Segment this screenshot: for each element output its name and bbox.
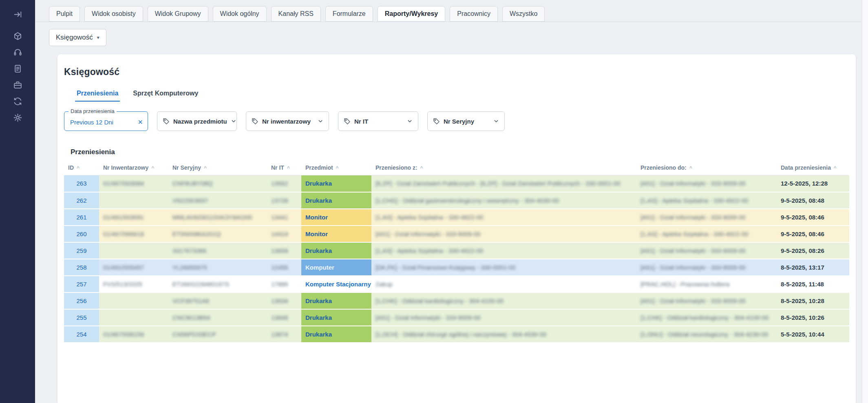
filter-dropdown-label: Nr inwentarzowy <box>262 118 311 125</box>
tag-icon <box>251 117 259 125</box>
category-select-label: Księgowość <box>56 33 93 42</box>
table-row-260: 26001/467/066618ET0N0086A201Q14424Monito… <box>64 226 849 242</box>
briefcase-icon[interactable] <box>9 77 26 93</box>
cell-data-przeniesienia: 12-5-2025, 12:28 <box>777 175 849 192</box>
table-row-254: 25401/467/006159CN56PD33ECP13874Drukarka… <box>64 326 849 343</box>
filter-bar: Data przeniesienia Previous 12 Dni × Naz… <box>64 111 849 131</box>
sort-caret-icon: ^ <box>151 165 154 171</box>
top-tab-widok-grupowy[interactable]: Widok Grupowy <box>148 6 208 22</box>
sync-icon[interactable] <box>9 93 26 109</box>
cell-przeniesiono-do: [A51] - Dział Informatyki - 333-9009-00 <box>636 242 777 259</box>
top-tab-widok-ogólny[interactable]: Widok ogólny <box>213 6 267 22</box>
cell-przeniesiono-z: [A51] - Dział Informatyki - 333-9009-00 <box>371 309 636 326</box>
cell-data-przeniesienia: 8-5-2025, 10:26 <box>777 309 849 326</box>
table-row-257: 257FVS/513/2025ET266S228480197S17885Komp… <box>64 276 849 292</box>
headset-icon[interactable] <box>9 44 26 60</box>
card-tab-sprzęt-komputerowy[interactable]: Sprzęt Komputerowy <box>131 90 200 102</box>
chevron-down-icon <box>230 118 237 124</box>
row-id-link[interactable]: 256 <box>64 292 99 309</box>
filter-dropdown-nr-inwentarzowy[interactable]: Nr inwentarzowy <box>246 111 329 131</box>
filter-dropdown-nazwa-przedmiotu[interactable]: Nazwa przedmiotu <box>157 111 237 131</box>
package-icon[interactable] <box>9 28 26 44</box>
cell-przeniesiono-do: [PRAC,HOL] - Pracownia holtera <box>636 276 777 292</box>
cell-przeniesiono-do: [A51] - Dział Informatyki - 333-9009-00 <box>636 259 777 276</box>
transfers-table: ID ^Nr Inwentarzowy ^Nr Seryjny ^Nr IT ^… <box>64 162 849 343</box>
column-header-przeniesiono-do[interactable]: Przeniesiono do: ^ <box>636 162 777 175</box>
table-header-row: ID ^Nr Inwentarzowy ^Nr Seryjny ^Nr IT ^… <box>64 162 849 175</box>
top-tab-pulpit[interactable]: Pulpit <box>49 6 80 22</box>
sort-caret-icon: ^ <box>287 165 290 171</box>
top-tab-wszystko[interactable]: Wszystko <box>502 6 545 22</box>
sort-caret-icon: ^ <box>689 165 692 171</box>
cell-przedmiot: Drukarka <box>301 192 371 209</box>
cell-nr-inwentarzowy: 01/491/005457 <box>99 259 168 276</box>
scrollbar-track[interactable] <box>862 0 868 403</box>
table-title: Przeniesienia <box>71 148 849 156</box>
column-header-przedmiot[interactable]: Przedmiot ^ <box>301 162 371 175</box>
row-id-link[interactable]: 261 <box>64 209 99 226</box>
cell-przeniesiono-z: Zakup <box>371 276 636 292</box>
column-header-data-przeniesienia[interactable]: Data przeniesienia ^ <box>777 162 849 175</box>
row-id-link[interactable]: 257 <box>64 276 99 292</box>
cell-przeniesiono-z: [DK,FK] - Dział Finansowo-Księgowy - 330… <box>371 259 636 276</box>
top-tab-pracownicy[interactable]: Pracownicy <box>450 6 498 22</box>
table-row-256: 256VCF39751A613634Drukarka[1,CHK] - Oddz… <box>64 292 849 309</box>
column-header-id[interactable]: ID ^ <box>64 162 99 175</box>
cell-nr-inwentarzowy <box>99 242 168 259</box>
cell-data-przeniesienia: 9-5-2025, 08:48 <box>777 192 849 209</box>
cell-przeniesiono-do: [1,CHK] - Oddział kardiologiczny - 304-4… <box>636 309 777 326</box>
cell-nr-it: 13874 <box>267 326 301 343</box>
cell-nr-it: 14424 <box>267 226 301 242</box>
content-card: Księgowość PrzeniesieniaSprzęt Komputero… <box>57 54 856 403</box>
row-id-link[interactable]: 263 <box>64 175 99 192</box>
column-header-nr-seryjny[interactable]: Nr Seryjny ^ <box>168 162 267 175</box>
filter-dropdown-label: Nazwa przedmiotu <box>173 118 227 125</box>
row-id-link[interactable]: 254 <box>64 326 99 343</box>
cell-nr-seryjny: VCF39751A6 <box>168 292 267 309</box>
document-icon[interactable] <box>9 60 26 77</box>
cell-nr-inwentarzowy: 01/467/066618 <box>99 226 168 242</box>
arrow-right-icon[interactable] <box>9 6 26 22</box>
cell-data-przeniesienia: 8-5-2025, 11:48 <box>777 276 849 292</box>
cell-nr-it: 13562 <box>267 175 301 192</box>
sort-caret-icon: ^ <box>834 165 837 171</box>
cell-nr-inwentarzowy: 01/467/003084 <box>99 175 168 192</box>
sidebar <box>0 0 35 403</box>
gear-icon[interactable] <box>9 109 26 126</box>
column-header-przeniesiono-z[interactable]: Przeniesiono z: ^ <box>371 162 636 175</box>
column-header-nr-inwentarzowy[interactable]: Nr Inwentarzowy ^ <box>99 162 168 175</box>
top-tab-formularze[interactable]: Formularze <box>325 6 373 22</box>
row-id-link[interactable]: 260 <box>64 226 99 242</box>
sort-caret-icon: ^ <box>336 165 339 171</box>
cell-przeniesiono-do: [A51] - Dział Informatyki - 333-9009-00 <box>636 292 777 309</box>
row-id-link[interactable]: 258 <box>64 259 99 276</box>
cell-przedmiot: Komputer <box>301 259 371 276</box>
filter-dropdown-nr-it[interactable]: Nr IT <box>338 111 418 131</box>
filter-dropdown-nr-seryjny[interactable]: Nr Seryjny <box>427 111 505 131</box>
cell-nr-inwentarzowy <box>99 309 168 326</box>
column-header-nr-it[interactable]: Nr IT ^ <box>267 162 301 175</box>
top-tab-kanały-rss[interactable]: Kanały RSS <box>271 6 321 22</box>
top-tab-raporty-wykresy[interactable]: Raporty/Wykresy <box>378 6 445 22</box>
cell-nr-seryjny: CNF8UBY08Q <box>168 175 267 192</box>
clear-filter-icon[interactable]: × <box>138 118 143 126</box>
cell-data-przeniesienia: 8-5-2025, 13:17 <box>777 259 849 276</box>
card-tab-przeniesienia[interactable]: Przeniesienia <box>75 90 120 102</box>
row-id-link[interactable]: 255 <box>64 309 99 326</box>
table-row-263: 26301/467/003084CNF8UBY08Q13562Drukarka[… <box>64 175 849 192</box>
cell-przedmiot: Komputer Stacjonarny <box>301 276 371 292</box>
cell-nr-seryjny: 3317673366 <box>168 242 267 259</box>
row-id-link[interactable]: 259 <box>64 242 99 259</box>
cell-nr-inwentarzowy: FVS/513/2025 <box>99 276 168 292</box>
category-select[interactable]: Księgowość ▾ <box>49 29 106 46</box>
cell-nr-seryjny: CN56PD33ECP <box>168 326 267 343</box>
cell-nr-seryjny: CNC9013B94 <box>168 309 267 326</box>
cell-przedmiot: Monitor <box>301 226 371 242</box>
cell-nr-inwentarzowy <box>99 292 168 309</box>
cell-data-przeniesienia: 9-5-2025, 08:46 <box>777 226 849 242</box>
date-filter[interactable]: Data przeniesienia Previous 12 Dni × <box>64 111 148 131</box>
cell-przedmiot: Drukarka <box>301 292 371 309</box>
top-tab-widok-osobisty[interactable]: Widok osobisty <box>84 6 143 22</box>
row-id-link[interactable]: 262 <box>64 192 99 209</box>
filter-dropdown-label: Nr IT <box>354 118 368 125</box>
